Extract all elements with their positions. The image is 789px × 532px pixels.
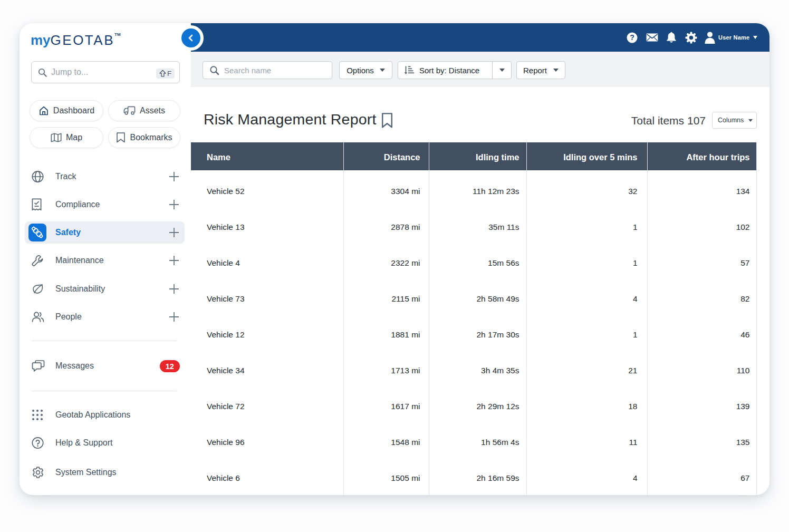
svg-text:?: ? (630, 33, 634, 42)
